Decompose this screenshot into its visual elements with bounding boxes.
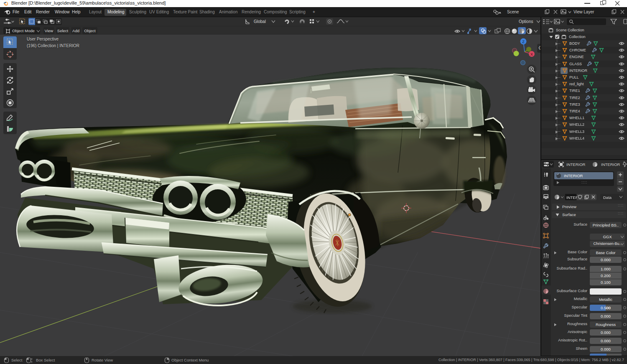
svg-text:Z: Z bbox=[522, 40, 525, 44]
svg-text:X: X bbox=[530, 52, 533, 56]
